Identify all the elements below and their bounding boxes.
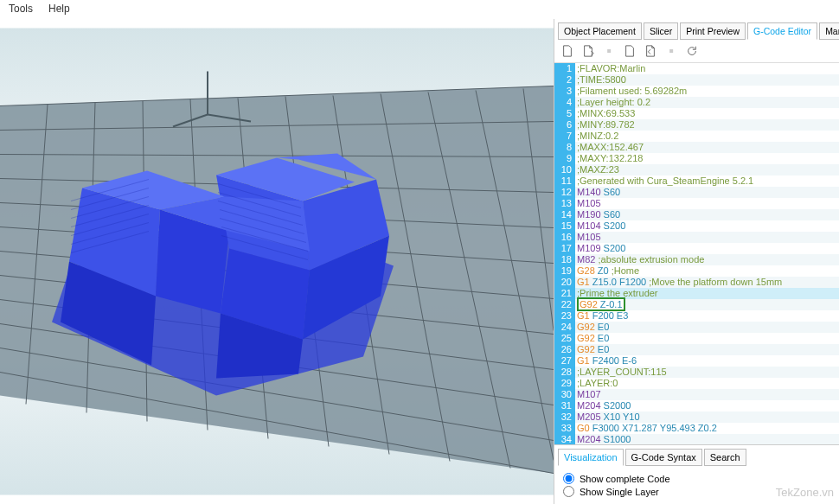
top-tabs: Object PlacementSlicerPrint PreviewG-Cod… xyxy=(554,19,839,40)
bottom-tab-g-code-syntax[interactable]: G-Code Syntax xyxy=(625,449,702,466)
radio-complete-label: Show complete Code xyxy=(580,474,670,484)
code-line[interactable]: 27G1 F2400 E-6 xyxy=(554,355,839,367)
tab-manual-control[interactable]: Manual Control xyxy=(819,22,839,40)
code-line[interactable]: 8;MAXX:152.467 xyxy=(554,142,839,153)
viewport-canvas xyxy=(0,19,554,504)
tab-object-placement[interactable]: Object Placement xyxy=(558,22,642,40)
code-line[interactable]: 7;MINZ:0.2 xyxy=(554,131,839,142)
radio-complete-input[interactable] xyxy=(563,473,574,484)
save-as-icon[interactable] xyxy=(643,43,658,59)
bottom-tab-visualization[interactable]: Visualization xyxy=(558,449,624,466)
code-line[interactable]: 25G92 E0 xyxy=(554,333,839,344)
main-menu: Tools Help xyxy=(0,0,839,19)
right-panel: Object PlacementSlicerPrint PreviewG-Cod… xyxy=(554,19,839,504)
code-line[interactable]: 33G0 F3000 X71.287 Y95.493 Z0.2 xyxy=(554,423,839,434)
code-line[interactable]: 15M104 S200 xyxy=(554,220,839,232)
menu-help[interactable]: Help xyxy=(48,3,70,16)
save-icon[interactable] xyxy=(622,43,637,59)
code-line[interactable]: 26G92 E0 xyxy=(554,344,839,355)
new-file-icon[interactable] xyxy=(560,43,575,59)
code-line[interactable]: 5;MINX:69.533 xyxy=(554,108,839,119)
code-line[interactable]: 13M105 xyxy=(554,198,839,209)
menu-tools[interactable]: Tools xyxy=(9,3,33,16)
code-line[interactable]: 20G1 Z15.0 F1200 ;Move the platform down… xyxy=(554,277,839,288)
view-options: Show complete Code Show Single Layer xyxy=(554,466,839,504)
code-line[interactable]: 12M140 S60 xyxy=(554,187,839,198)
code-line[interactable]: 19G28 Z0 ;Home xyxy=(554,265,839,277)
bottom-tabs: VisualizationG-Code SyntaxSearch xyxy=(554,444,839,466)
code-line[interactable]: 30M107 xyxy=(554,389,839,400)
code-line[interactable]: 1;FLAVOR:Marlin xyxy=(554,63,839,74)
refresh-icon[interactable] xyxy=(684,43,700,59)
bottom-tab-search[interactable]: Search xyxy=(704,449,746,466)
separator: ▪ xyxy=(601,43,617,59)
tab-g-code-editor[interactable]: G-Code Editor xyxy=(747,22,817,40)
open-file-icon[interactable] xyxy=(580,43,596,59)
tab-slicer[interactable]: Slicer xyxy=(644,22,678,40)
code-line[interactable]: 34M204 S1000 xyxy=(554,434,839,444)
code-line[interactable]: 24G92 E0 xyxy=(554,322,839,333)
tab-print-preview[interactable]: Print Preview xyxy=(680,22,746,40)
3d-viewport[interactable] xyxy=(0,19,554,504)
code-line[interactable]: 4;Layer height: 0.2 xyxy=(554,97,839,108)
code-line[interactable]: 2;TIME:5800 xyxy=(554,74,839,86)
code-line[interactable]: 28;LAYER_COUNT:115 xyxy=(554,367,839,378)
code-line[interactable]: 10;MAXZ:23 xyxy=(554,164,839,175)
radio-single[interactable]: Show Single Layer xyxy=(563,486,830,497)
separator: ▪ xyxy=(663,43,679,59)
gcode-editor[interactable]: 1;FLAVOR:Marlin2;TIME:58003;Filament use… xyxy=(554,63,839,444)
code-line[interactable]: 16M105 xyxy=(554,232,839,243)
code-line[interactable]: 23G1 F200 E3 xyxy=(554,310,839,322)
code-line[interactable]: 18M82 ;absolute extrusion mode xyxy=(554,254,839,265)
code-line[interactable]: 14M190 S60 xyxy=(554,209,839,220)
code-line[interactable]: 6;MINY:89.782 xyxy=(554,119,839,131)
radio-single-label: Show Single Layer xyxy=(580,487,659,497)
code-line[interactable]: 31M204 S2000 xyxy=(554,400,839,411)
radio-single-input[interactable] xyxy=(563,486,574,497)
code-line[interactable]: 32M205 X10 Y10 xyxy=(554,411,839,423)
code-line[interactable]: 17M109 S200 xyxy=(554,243,839,254)
code-line[interactable]: 11;Generated with Cura_SteamEngine 5.2.1 xyxy=(554,175,839,187)
code-line[interactable]: 22G92 Z-0.1 xyxy=(554,299,839,310)
radio-complete[interactable]: Show complete Code xyxy=(563,473,830,484)
main-area: Object PlacementSlicerPrint PreviewG-Cod… xyxy=(0,19,839,504)
code-line[interactable]: 29;LAYER:0 xyxy=(554,378,839,389)
code-line[interactable]: 9;MAXY:132.218 xyxy=(554,153,839,164)
code-line[interactable]: 3;Filament used: 5.69282m xyxy=(554,86,839,97)
editor-toolbar: ▪ ▪ xyxy=(554,40,839,63)
